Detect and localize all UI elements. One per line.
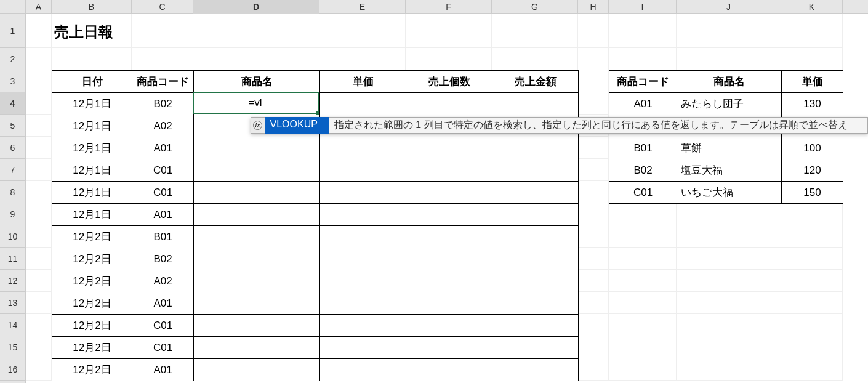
lookup-cell[interactable]: 150 — [782, 182, 843, 204]
main-cell[interactable] — [194, 204, 320, 226]
lookup-cell[interactable]: いちご大福 — [677, 182, 782, 204]
main-cell[interactable]: 12月2日 — [52, 315, 132, 337]
row-header-7[interactable]: 7 — [0, 159, 25, 181]
lookup-cell[interactable]: A01 — [609, 93, 677, 115]
main-cell[interactable] — [492, 248, 579, 270]
main-cell[interactable] — [194, 292, 320, 315]
column-header-B[interactable]: B — [52, 0, 132, 14]
column-header-G[interactable]: G — [492, 0, 578, 14]
main-cell[interactable] — [320, 93, 406, 115]
main-cell[interactable] — [194, 159, 320, 182]
main-cell[interactable] — [194, 137, 320, 159]
row-header-2[interactable]: 2 — [0, 48, 25, 70]
row-header-3[interactable]: 3 — [0, 70, 25, 92]
main-cell[interactable]: B02 — [132, 248, 194, 270]
column-header-I[interactable]: I — [609, 0, 677, 14]
main-cell[interactable] — [320, 337, 406, 359]
main-cell[interactable] — [406, 270, 492, 292]
lookup-cell[interactable]: 100 — [782, 137, 843, 159]
lookup-cell[interactable]: C01 — [609, 182, 677, 204]
main-cell[interactable]: A02 — [132, 115, 194, 137]
main-cell[interactable]: 12月1日 — [52, 182, 132, 204]
main-cell[interactable]: 12月2日 — [52, 359, 132, 381]
main-cell[interactable] — [492, 226, 579, 248]
main-cell[interactable] — [320, 204, 406, 226]
main-cell[interactable] — [492, 93, 579, 115]
row-header-12[interactable]: 12 — [0, 270, 25, 292]
main-cell[interactable] — [194, 182, 320, 204]
main-cell[interactable]: 12月1日 — [52, 115, 132, 137]
product-lookup-table[interactable]: 商品コード商品名単価A01みたらし団子130A02わらび餅200B01草餅100… — [609, 70, 843, 204]
main-cell[interactable] — [492, 270, 579, 292]
main-cell[interactable] — [194, 337, 320, 359]
main-cell[interactable] — [492, 292, 579, 315]
column-header-F[interactable]: F — [406, 0, 492, 14]
row-header-14[interactable]: 14 — [0, 314, 25, 336]
lookup-header[interactable]: 単価 — [782, 71, 843, 93]
main-header[interactable]: 単価 — [320, 71, 406, 93]
main-cell[interactable]: C01 — [132, 315, 194, 337]
lookup-cell[interactable]: 塩豆大福 — [677, 159, 782, 182]
row-header-13[interactable]: 13 — [0, 292, 25, 314]
main-cell[interactable]: A01 — [132, 137, 194, 159]
main-cell[interactable]: A01 — [132, 292, 194, 315]
suggest-function-name[interactable]: VLOOKUP — [265, 117, 329, 134]
lookup-cell[interactable]: 草餅 — [677, 137, 782, 159]
main-header[interactable]: 売上金額 — [492, 71, 579, 93]
row-header-16[interactable]: 16 — [0, 358, 25, 381]
main-cell[interactable] — [194, 315, 320, 337]
lookup-header[interactable]: 商品コード — [609, 71, 677, 93]
main-cell[interactable]: B02 — [132, 93, 194, 115]
lookup-cell[interactable]: B01 — [609, 137, 677, 159]
main-cell[interactable]: 12月2日 — [52, 248, 132, 270]
main-cell[interactable]: C01 — [132, 337, 194, 359]
main-cell[interactable] — [406, 248, 492, 270]
main-header[interactable]: 商品コード — [132, 71, 194, 93]
row-header-8[interactable]: 8 — [0, 181, 25, 203]
main-cell[interactable] — [406, 137, 492, 159]
main-cell[interactable] — [194, 226, 320, 248]
main-cell[interactable] — [320, 159, 406, 182]
row-header-9[interactable]: 9 — [0, 203, 25, 225]
main-header[interactable]: 商品名 — [194, 71, 320, 93]
main-cell[interactable] — [194, 270, 320, 292]
main-cell[interactable] — [194, 359, 320, 381]
main-cell[interactable]: A02 — [132, 270, 194, 292]
fill-handle[interactable] — [316, 111, 319, 115]
row-header-1[interactable]: 1 — [0, 14, 25, 48]
main-cell[interactable] — [406, 204, 492, 226]
main-cell[interactable] — [406, 93, 492, 115]
main-cell[interactable] — [406, 159, 492, 182]
main-cell[interactable]: 12月1日 — [52, 137, 132, 159]
main-cell[interactable] — [492, 137, 579, 159]
row-header-6[interactable]: 6 — [0, 137, 25, 159]
select-all-corner[interactable] — [0, 0, 26, 14]
main-cell[interactable] — [492, 182, 579, 204]
main-cell[interactable] — [492, 315, 579, 337]
row-header-15[interactable]: 15 — [0, 336, 25, 358]
main-cell[interactable]: 12月2日 — [52, 337, 132, 359]
lookup-cell[interactable]: 130 — [782, 93, 843, 115]
formula-autocomplete[interactable]: fx VLOOKUP 指定された範囲の 1 列目で特定の値を検索し、指定した列と… — [251, 117, 869, 134]
main-cell[interactable]: 12月2日 — [52, 226, 132, 248]
main-cell[interactable] — [320, 292, 406, 315]
main-cell[interactable]: 12月2日 — [52, 270, 132, 292]
lookup-header[interactable]: 商品名 — [677, 71, 782, 93]
main-cell[interactable]: A01 — [132, 359, 194, 381]
main-cell[interactable] — [194, 248, 320, 270]
main-cell[interactable]: A01 — [132, 204, 194, 226]
main-cell[interactable] — [406, 226, 492, 248]
main-cell[interactable] — [406, 359, 492, 381]
main-cell[interactable]: B01 — [132, 226, 194, 248]
main-cell[interactable]: 12月1日 — [52, 159, 132, 182]
main-cell[interactable] — [492, 204, 579, 226]
main-cell[interactable] — [492, 359, 579, 381]
active-cell[interactable]: =vl — [193, 92, 319, 114]
main-cell[interactable] — [320, 226, 406, 248]
main-cell[interactable] — [320, 248, 406, 270]
cell-grid[interactable]: 売上日報 日付商品コード商品名単価売上個数売上金額12月1日B0212月1日A0… — [26, 14, 868, 383]
main-cell[interactable] — [320, 315, 406, 337]
column-header-H[interactable]: H — [578, 0, 609, 14]
main-cell[interactable] — [320, 137, 406, 159]
main-header[interactable]: 売上個数 — [406, 71, 492, 93]
